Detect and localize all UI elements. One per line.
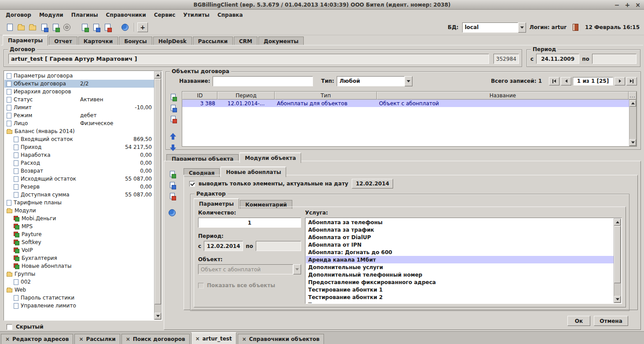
tree-item[interactable]: VoIP: [4, 246, 154, 254]
tab-helpdesk[interactable]: HelpDesk: [153, 37, 192, 45]
bottom-tab-spravochniki-obektov[interactable]: ×Справочники объектов: [238, 334, 324, 344]
scroll-thumb[interactable]: [155, 79, 161, 304]
menu-utility[interactable]: Утилиты: [179, 11, 213, 19]
refresh-icon[interactable]: [167, 208, 177, 218]
menu-spravochniki[interactable]: Справочники: [102, 11, 150, 19]
tree-item-folder[interactable]: Модули: [4, 207, 154, 215]
cancel-button[interactable]: Отмена: [594, 316, 628, 326]
open-folder-icon[interactable]: [16, 22, 26, 33]
contract-title-field[interactable]: artur_test [ Гареев Артур Маратович ]: [8, 54, 489, 64]
filter-date-button[interactable]: 12.02.2014: [352, 179, 393, 189]
tree-item[interactable]: Возврат0,00: [4, 167, 154, 175]
edit-object-icon[interactable]: [168, 103, 178, 113]
table-scrollbar[interactable]: [629, 100, 637, 146]
add-object-icon[interactable]: [168, 92, 178, 102]
objects-type-select[interactable]: Любой: [337, 76, 412, 86]
scroll-down-icon[interactable]: [614, 296, 621, 303]
scroll-down-icon[interactable]: [629, 139, 636, 146]
tree-item[interactable]: Приход54 217,50: [4, 143, 154, 151]
tree-item[interactable]: Доступная сумма55 087,00: [4, 191, 154, 199]
scroll-down-icon[interactable]: [155, 313, 161, 319]
editor-to-field[interactable]: [256, 241, 301, 251]
tree-item[interactable]: Входящий остаток869,50: [4, 135, 154, 143]
bottom-tab-editor-addresses[interactable]: ×Редактор адресов: [1, 334, 73, 344]
delete-item-icon[interactable]: [167, 191, 177, 201]
period-to-field[interactable]: [592, 54, 637, 64]
globe-refresh-icon[interactable]: [120, 22, 130, 33]
service-item[interactable]: Дополнительный телефонный номер: [306, 271, 614, 278]
tree-item[interactable]: Расход0,00: [4, 159, 154, 167]
tree-item[interactable]: MPS: [4, 222, 154, 230]
tab-parametry[interactable]: Параметры: [3, 35, 48, 45]
table-row-selected[interactable]: 3 388 12.01.2014-... Абонплаты для объек…: [182, 100, 629, 107]
tree-item[interactable]: ЛицоФизическое: [4, 119, 154, 127]
tab-otchet[interactable]: Отчет: [49, 37, 77, 45]
menu-spravka[interactable]: Справка: [213, 11, 247, 19]
new-contract-icon[interactable]: [4, 22, 15, 33]
close-icon[interactable]: ×: [242, 336, 247, 342]
tree-item[interactable]: Режимдебет: [4, 111, 154, 119]
service-item[interactable]: Абонплата за трафик: [306, 226, 614, 233]
tab-rassylki[interactable]: Рассылки: [193, 37, 233, 45]
tree-item[interactable]: Исходящий остаток55 087,00: [4, 175, 154, 183]
next-page-button[interactable]: [615, 77, 625, 85]
prev-page-button[interactable]: [561, 77, 571, 85]
scroll-up-icon[interactable]: [155, 72, 161, 78]
quantity-input[interactable]: 1: [198, 218, 301, 228]
tree-item[interactable]: Иерархия договоров: [4, 88, 154, 96]
hidden-checkbox[interactable]: [7, 324, 12, 330]
tab-editor-parametry[interactable]: Параметры: [194, 198, 239, 209]
paste-document-icon[interactable]: [50, 22, 61, 33]
tree-item[interactable]: Лимит-10,00: [4, 104, 154, 111]
column-header-type[interactable]: Тип: [275, 92, 377, 100]
service-item[interactable]: Абонплата за телефоны: [306, 218, 614, 226]
tree-item[interactable]: Бухгалтерия: [4, 254, 154, 262]
service-scrollbar[interactable]: [614, 218, 621, 303]
bottom-tab-artur-test[interactable]: ×artur_test: [191, 332, 236, 344]
column-header-period[interactable]: Период: [217, 92, 275, 100]
tree-item[interactable]: Новые абонплаты: [4, 262, 154, 270]
maximize-button[interactable]: +: [625, 1, 630, 8]
service-item[interactable]: Тестирую: [306, 301, 614, 303]
delete-object-icon[interactable]: [168, 114, 178, 124]
tree-item-folder[interactable]: Web: [4, 286, 154, 294]
tree-item[interactable]: Пароль статистики: [4, 294, 154, 302]
scroll-up-icon[interactable]: [629, 100, 636, 107]
folder-document-icon[interactable]: [27, 22, 38, 33]
service-item-selected[interactable]: Аренда канала 1Мбит: [306, 256, 614, 263]
tree-scrollbar[interactable]: [154, 71, 162, 320]
menu-dogovor[interactable]: Договор: [2, 11, 35, 19]
bottom-tab-rassylki[interactable]: ×Рассылки: [74, 334, 120, 344]
tree-item[interactable]: Тарифные планы: [4, 199, 154, 207]
move-down-icon[interactable]: [168, 143, 178, 152]
column-header-name[interactable]: Название: [377, 92, 629, 100]
menu-plaginy[interactable]: Плагины: [67, 11, 102, 19]
close-icon[interactable]: ×: [5, 336, 10, 342]
tree-item[interactable]: Наработка0,00: [4, 151, 154, 159]
menu-moduli[interactable]: Модули: [35, 11, 67, 19]
tree-item-folder[interactable]: Баланс (январь 2014): [4, 127, 154, 135]
copy-document-icon[interactable]: [39, 22, 49, 33]
edit-item-icon[interactable]: [167, 180, 177, 190]
service-item[interactable]: Абонплата: Догнать до 600: [306, 248, 614, 256]
tree-item[interactable]: Softkey: [4, 238, 154, 246]
filter-checkbox[interactable]: [189, 181, 195, 187]
tree-item[interactable]: Mobi.Деньги: [4, 215, 154, 222]
last-page-button[interactable]: [626, 77, 637, 85]
scroll-thumb[interactable]: [614, 226, 621, 283]
bottom-tab-poisk-dogovorov[interactable]: ×Поиск договоров: [121, 334, 190, 344]
add-document-icon[interactable]: [79, 22, 90, 33]
tree-item[interactable]: 002: [4, 278, 154, 286]
tab-novye-abonplaty[interactable]: Новые абонплаты: [221, 166, 286, 177]
add-item-icon[interactable]: [167, 169, 177, 179]
delete-document-icon[interactable]: [102, 22, 113, 33]
service-item[interactable]: Дополнительные услуги: [306, 263, 614, 271]
calendar-icon[interactable]: [570, 22, 581, 33]
tree-item[interactable]: Управление лимито: [4, 302, 154, 310]
tree-item[interactable]: Payture: [4, 230, 154, 238]
tab-dokumenty[interactable]: Документы: [258, 37, 304, 45]
chevron-down-icon[interactable]: [405, 76, 412, 86]
edit-document-icon[interactable]: [91, 22, 101, 33]
helm-icon[interactable]: [62, 22, 72, 33]
tree-item[interactable]: Параметры договора: [4, 72, 154, 80]
